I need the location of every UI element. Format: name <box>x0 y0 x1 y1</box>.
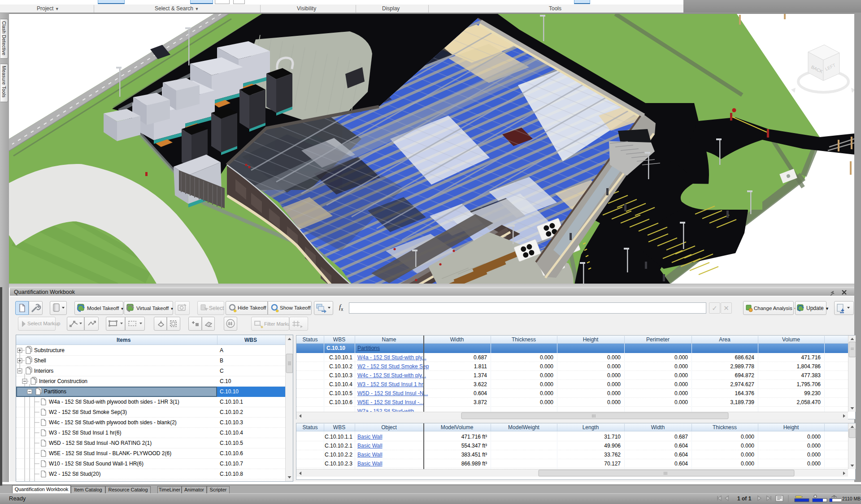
svg-text:1 of 1: 1 of 1 <box>737 495 752 502</box>
